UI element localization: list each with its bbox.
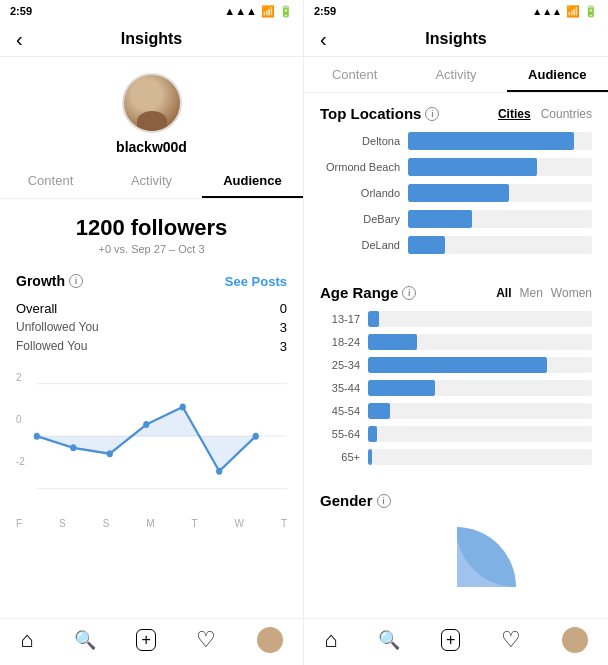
gender-chart — [320, 517, 592, 587]
avatar-image — [124, 75, 180, 131]
signal-icon: ▲▲▲ — [224, 5, 257, 17]
time-left: 2:59 — [10, 5, 32, 17]
back-button-left[interactable]: ‹ — [16, 28, 23, 51]
wifi-icon: 📶 — [261, 5, 275, 18]
back-button-right[interactable]: ‹ — [320, 28, 327, 51]
age-header: Age Range i All Men Women — [320, 284, 592, 301]
profile-section: blackw00d — [0, 57, 303, 163]
right-panel: 2:59 ▲▲▲ 📶 🔋 ‹ Insights Content Activity… — [304, 0, 608, 665]
axis-s1: S — [59, 518, 66, 529]
axis-m: M — [146, 518, 154, 529]
growth-row-overall: Overall 0 — [16, 299, 287, 318]
locations-title: Top Locations i — [320, 105, 439, 122]
tab-content[interactable]: Content — [0, 163, 101, 198]
age-title: Age Range i — [320, 284, 416, 301]
svg-point-6 — [107, 450, 113, 457]
chart-label-0: 0 — [16, 414, 22, 425]
location-sub-tabs: Cities Countries — [498, 107, 592, 121]
age-row-4554: 45-54 — [320, 403, 592, 419]
right-nav-bar: ⌂ 🔍 + ♡ — [304, 618, 608, 665]
growth-row-unfollowed: Unfollowed You 3 — [16, 318, 287, 337]
followers-period: +0 vs. Sep 27 – Oct 3 — [0, 243, 303, 255]
nav-heart-right[interactable]: ♡ — [501, 627, 521, 653]
chart-x-axis: F S S M T W T — [16, 516, 287, 529]
avatar — [122, 73, 182, 133]
axis-s2: S — [103, 518, 110, 529]
age-filter-all[interactable]: All — [496, 286, 511, 300]
locations-header: Top Locations i Cities Countries — [320, 105, 592, 122]
age-row-1317: 13-17 — [320, 311, 592, 327]
gender-pie-svg — [396, 527, 516, 587]
wifi-icon-r: 📶 — [566, 5, 580, 18]
svg-point-7 — [143, 421, 149, 428]
growth-row-followed: Followed You 3 — [16, 337, 287, 356]
chart-label-neg2: -2 — [16, 456, 25, 467]
tab-activity[interactable]: Activity — [101, 163, 202, 198]
left-header: ‹ Insights — [0, 22, 303, 57]
growth-info-icon[interactable]: i — [69, 274, 83, 288]
location-row-5: DeLand — [320, 236, 592, 254]
location-row-2: Ormond Beach — [320, 158, 592, 176]
gender-info-icon[interactable]: i — [377, 494, 391, 508]
top-locations-section: Top Locations i Cities Countries Deltona… — [304, 93, 608, 274]
age-row-65plus: 65+ — [320, 449, 592, 465]
left-panel: 2:59 ▲▲▲ 📶 🔋 ‹ Insights blackw00d Conten… — [0, 0, 304, 665]
countries-tab[interactable]: Countries — [541, 107, 592, 121]
growth-chart: 2 0 -2 F S S M T W T — [0, 364, 303, 618]
age-row-2534: 25-34 — [320, 357, 592, 373]
followers-count: 1200 followers — [0, 215, 303, 241]
tab-audience[interactable]: Audience — [202, 163, 303, 198]
age-row-3544: 35-44 — [320, 380, 592, 396]
time-right: 2:59 — [314, 5, 336, 17]
growth-section: Growth i See Posts Overall 0 Unfollowed … — [0, 259, 303, 364]
nav-profile-right[interactable] — [562, 627, 588, 653]
gender-section: Gender i — [304, 482, 608, 597]
svg-point-10 — [253, 433, 259, 440]
growth-header: Growth i See Posts — [16, 273, 287, 289]
axis-t2: T — [281, 518, 287, 529]
axis-t1: T — [191, 518, 197, 529]
svg-marker-3 — [37, 407, 256, 471]
age-range-section: Age Range i All Men Women 13-17 18-24 25… — [304, 274, 608, 482]
signal-icon-r: ▲▲▲ — [532, 6, 562, 17]
gender-title: Gender i — [320, 492, 592, 509]
right-tab-content[interactable]: Content — [304, 57, 405, 92]
age-row-1824: 18-24 — [320, 334, 592, 350]
followers-section: 1200 followers +0 vs. Sep 27 – Oct 3 — [0, 199, 303, 259]
location-row-3: Orlando — [320, 184, 592, 202]
nav-home-right[interactable]: ⌂ — [324, 627, 337, 653]
chart-label-2: 2 — [16, 372, 22, 383]
age-filter-men[interactable]: Men — [520, 286, 543, 300]
username: blackw00d — [116, 139, 187, 155]
right-title: Insights — [425, 30, 486, 48]
location-row-1: Deltona — [320, 132, 592, 150]
nav-search-right[interactable]: 🔍 — [378, 629, 400, 651]
age-row-5564: 55-64 — [320, 426, 592, 442]
svg-point-8 — [180, 404, 186, 411]
battery-icon: 🔋 — [279, 5, 293, 18]
battery-icon-r: 🔋 — [584, 5, 598, 18]
see-posts-link[interactable]: See Posts — [225, 274, 287, 289]
nav-add-left[interactable]: + — [136, 629, 155, 651]
audience-tabs: Content Activity Audience — [0, 163, 303, 199]
age-filter-women[interactable]: Women — [551, 286, 592, 300]
left-title: Insights — [121, 30, 182, 48]
growth-title: Growth i — [16, 273, 83, 289]
nav-profile-left[interactable] — [257, 627, 283, 653]
locations-info-icon[interactable]: i — [425, 107, 439, 121]
right-header: ‹ Insights — [304, 22, 608, 57]
right-top-tabs: Content Activity Audience — [304, 57, 608, 93]
chart-svg — [16, 372, 287, 512]
nav-home-left[interactable]: ⌂ — [20, 627, 33, 653]
nav-heart-left[interactable]: ♡ — [196, 627, 216, 653]
status-icons-left: ▲▲▲ 📶 🔋 — [224, 5, 293, 18]
right-tab-activity[interactable]: Activity — [405, 57, 506, 92]
nav-search-left[interactable]: 🔍 — [74, 629, 96, 651]
right-tab-audience[interactable]: Audience — [507, 57, 608, 92]
cities-tab[interactable]: Cities — [498, 107, 531, 121]
axis-w: W — [235, 518, 244, 529]
age-info-icon[interactable]: i — [402, 286, 416, 300]
svg-point-9 — [216, 468, 222, 475]
left-nav-bar: ⌂ 🔍 + ♡ — [0, 618, 303, 665]
nav-add-right[interactable]: + — [441, 629, 460, 651]
